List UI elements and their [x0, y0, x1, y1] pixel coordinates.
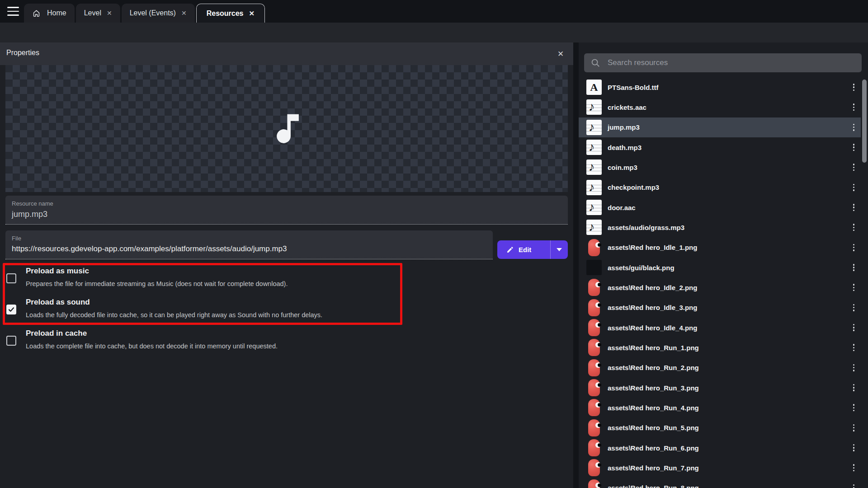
resource-options-menu-icon[interactable]	[851, 422, 856, 433]
resources-panel: APTSans-Bold.ttf♪crickets.aac♪jump.mp3♪d…	[579, 42, 868, 488]
resource-row[interactable]: ♪death.mp3	[579, 137, 861, 157]
close-properties-button[interactable]: ✕	[555, 48, 566, 59]
close-tab-icon[interactable]: ✕	[249, 10, 255, 17]
red-hero-sprite-thumbnail	[588, 319, 600, 336]
resource-options-menu-icon[interactable]	[851, 302, 856, 313]
close-tab-icon[interactable]: ✕	[181, 10, 187, 16]
resource-row[interactable]: assets\Red hero_Idle_2.png	[579, 277, 861, 297]
resource-name: assets\Red hero_Run_6.png	[608, 444, 699, 452]
image-thumbnail	[586, 260, 602, 275]
resource-options-menu-icon[interactable]	[851, 362, 856, 373]
tab-resources[interactable]: Resources✕	[196, 4, 265, 23]
resource-row[interactable]: assets\Red hero_Run_6.png	[579, 438, 861, 458]
resource-row[interactable]: assets/gui/black.png	[579, 258, 861, 277]
resource-options-menu-icon[interactable]	[851, 322, 856, 333]
tab-label: Resources	[207, 9, 244, 18]
resource-options-menu-icon[interactable]	[851, 202, 856, 213]
resource-name: jump.mp3	[608, 123, 640, 131]
resource-options-menu-icon[interactable]	[851, 122, 856, 133]
search-resources-input[interactable]	[607, 58, 855, 68]
resource-options-menu-icon[interactable]	[851, 442, 856, 453]
resource-options-menu-icon[interactable]	[851, 182, 856, 193]
search-icon	[590, 58, 600, 68]
image-thumbnail	[586, 400, 602, 415]
resource-row[interactable]: assets\Red hero_Run_8.png	[579, 478, 861, 488]
resource-name: assets\Red hero_Run_3.png	[608, 384, 699, 392]
image-thumbnail	[586, 420, 602, 436]
resource-name: checkpoint.mp3	[608, 183, 659, 191]
tab-level[interactable]: Level✕	[76, 4, 120, 23]
resource-options-menu-icon[interactable]	[851, 483, 856, 488]
resource-row[interactable]: ♪door.aac	[579, 197, 861, 217]
resource-row[interactable]: ♪coin.mp3	[579, 157, 861, 177]
black-image-thumbnail	[586, 260, 602, 275]
tab-label: Level (Events)	[130, 9, 176, 17]
image-thumbnail	[586, 360, 602, 375]
checkbox-unchecked[interactable]	[6, 273, 16, 283]
resource-row[interactable]: assets\Red hero_Run_7.png	[579, 458, 861, 478]
resource-row[interactable]: ♪checkpoint.mp3	[579, 178, 861, 197]
red-hero-sprite-thumbnail	[588, 299, 600, 316]
resource-options-menu-icon[interactable]	[851, 463, 856, 474]
resource-row[interactable]: assets\Red hero_Run_1.png	[579, 338, 861, 357]
checkbox-unchecked[interactable]	[6, 336, 16, 346]
resource-options-menu-icon[interactable]	[851, 142, 856, 153]
checkbox-checked[interactable]	[6, 305, 16, 314]
edit-file-button[interactable]: Edit	[497, 240, 568, 259]
resource-row[interactable]: assets\Red hero_Run_3.png	[579, 378, 861, 398]
resource-name: assets\Red hero_Run_5.png	[608, 424, 699, 432]
resource-row[interactable]: ♪crickets.aac	[579, 97, 861, 117]
resource-options-menu-icon[interactable]	[851, 222, 856, 233]
home-icon	[32, 9, 41, 18]
tab-label: Level	[84, 9, 101, 17]
preload-option-preload-as-music: Preload as musicPrepares the file for im…	[0, 265, 407, 295]
resource-row[interactable]: ♪jump.mp3	[579, 117, 861, 137]
resource-file-label: File	[12, 235, 21, 242]
main-menu-icon[interactable]	[7, 7, 19, 16]
tab-home[interactable]: Home	[24, 4, 75, 23]
audio-file-icon: ♪	[586, 120, 602, 135]
option-description: Loads the fully decoded file into cache,…	[26, 311, 322, 319]
resource-options-menu-icon[interactable]	[851, 282, 856, 293]
audio-file-icon: ♪	[586, 220, 602, 235]
close-tab-icon[interactable]: ✕	[107, 10, 112, 16]
option-title: Preload in cache	[26, 329, 87, 338]
resource-file-field[interactable]: File https://resources.gdevelop-app.com/…	[5, 230, 493, 259]
resource-row[interactable]: APTSans-Bold.ttf	[579, 77, 861, 97]
resource-options-menu-icon[interactable]	[851, 343, 856, 353]
resource-options-menu-icon[interactable]	[851, 162, 856, 173]
red-hero-sprite-thumbnail	[588, 379, 600, 396]
resource-options-menu-icon[interactable]	[851, 82, 856, 93]
tab-level-events[interactable]: Level (Events)✕	[122, 4, 195, 23]
resource-row[interactable]: assets\Red hero_Idle_1.png	[579, 238, 861, 258]
resource-name-label: Resource name	[12, 200, 53, 207]
resource-options-menu-icon[interactable]	[851, 382, 856, 393]
image-thumbnail	[586, 440, 602, 455]
resource-options-menu-icon[interactable]	[851, 102, 856, 113]
resource-name: assets\Red hero_Idle_4.png	[608, 324, 697, 332]
resource-row[interactable]: ♪assets/audio/grass.mp3	[579, 217, 861, 237]
audio-file-icon: ♪	[586, 160, 602, 175]
resource-name: assets\Red hero_Idle_1.png	[608, 244, 697, 251]
gdevelop-window: HomeLevel✕Level (Events)✕Resources✕ Pr	[0, 0, 868, 488]
scrollbar-thumb[interactable]	[862, 80, 867, 163]
properties-header: Properties ✕	[0, 42, 573, 65]
resource-row[interactable]: assets\Red hero_Run_5.png	[579, 418, 861, 438]
resource-preview-area	[5, 65, 568, 192]
resource-name: assets\Red hero_Run_4.png	[608, 404, 699, 412]
resource-row[interactable]: assets\Red hero_Run_2.png	[579, 358, 861, 378]
resource-options-menu-icon[interactable]	[851, 262, 856, 273]
resource-name-field[interactable]: Resource name jump.mp3	[5, 196, 568, 225]
resource-row[interactable]: assets\Red hero_Idle_4.png	[579, 318, 861, 338]
resource-options-menu-icon[interactable]	[851, 242, 856, 253]
preload-option-preload-as-sound: Preload as soundLoads the fully decoded …	[0, 296, 407, 326]
image-thumbnail	[586, 460, 602, 475]
edit-options-dropdown[interactable]	[551, 240, 568, 259]
resource-row[interactable]: assets\Red hero_Run_4.png	[579, 398, 861, 418]
audio-file-icon: ♪	[586, 140, 602, 155]
red-hero-sprite-thumbnail	[588, 459, 600, 476]
image-thumbnail	[586, 320, 602, 335]
resource-options-menu-icon[interactable]	[851, 403, 856, 413]
audio-file-icon: ♪	[586, 160, 602, 175]
resource-row[interactable]: assets\Red hero_Idle_3.png	[579, 298, 861, 318]
